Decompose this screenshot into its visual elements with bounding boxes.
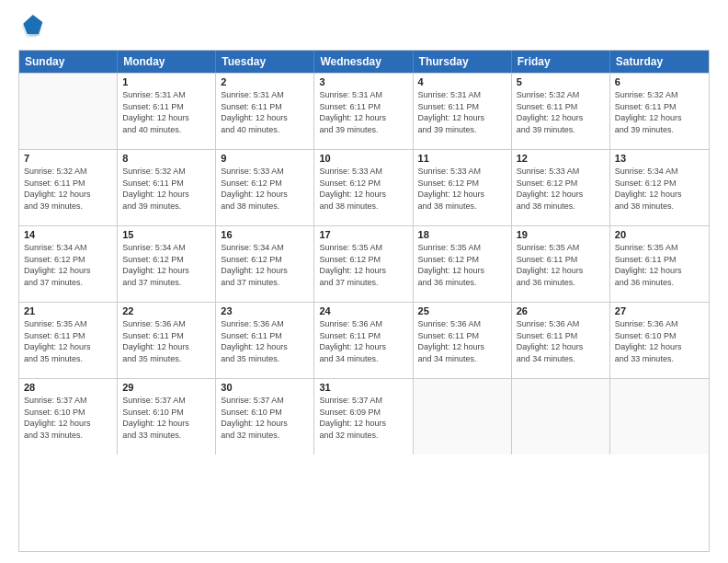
sunset-line: Sunset: 6:12 PM <box>319 254 407 266</box>
sunset-line: Sunset: 6:10 PM <box>615 330 704 342</box>
daylight-line: Daylight: 12 hours <box>517 112 605 124</box>
daylight-line: Daylight: 12 hours <box>418 341 506 353</box>
daylight-line: Daylight: 12 hours <box>221 418 309 430</box>
daylight-line: Daylight: 12 hours <box>24 265 112 277</box>
daylight-minutes-line: and 39 minutes. <box>24 201 112 213</box>
day-number: 28 <box>24 382 112 393</box>
calendar-row-4: 21 Sunrise: 5:35 AM Sunset: 6:11 PM Dayl… <box>19 302 709 378</box>
empty-cell <box>19 74 118 149</box>
daylight-line: Daylight: 12 hours <box>221 341 309 353</box>
day-cell-9: 9 Sunrise: 5:33 AM Sunset: 6:12 PM Dayli… <box>216 150 314 225</box>
daylight-minutes-line: and 35 minutes. <box>221 353 309 365</box>
day-number: 10 <box>319 153 407 164</box>
day-cell-22: 22 Sunrise: 5:36 AM Sunset: 6:11 PM Dayl… <box>118 303 216 378</box>
day-cell-2: 2 Sunrise: 5:31 AM Sunset: 6:11 PM Dayli… <box>216 74 314 149</box>
sunrise-line: Sunrise: 5:34 AM <box>615 166 704 178</box>
daylight-line: Daylight: 12 hours <box>24 341 112 353</box>
day-cell-26: 26 Sunrise: 5:36 AM Sunset: 6:11 PM Dayl… <box>512 303 610 378</box>
sunset-line: Sunset: 6:12 PM <box>221 254 309 266</box>
sunrise-line: Sunrise: 5:35 AM <box>615 242 704 254</box>
empty-cell <box>512 379 610 454</box>
daylight-minutes-line: and 37 minutes. <box>24 277 112 289</box>
day-cell-12: 12 Sunrise: 5:33 AM Sunset: 6:12 PM Dayl… <box>512 150 610 225</box>
sunset-line: Sunset: 6:11 PM <box>122 330 210 342</box>
daylight-line: Daylight: 12 hours <box>319 265 407 277</box>
daylight-minutes-line: and 34 minutes. <box>418 353 506 365</box>
daylight-minutes-line: and 34 minutes. <box>319 353 407 365</box>
daylight-minutes-line: and 33 minutes. <box>24 430 112 442</box>
day-cell-30: 30 Sunrise: 5:37 AM Sunset: 6:10 PM Dayl… <box>216 379 314 454</box>
sunset-line: Sunset: 6:12 PM <box>615 178 704 190</box>
sunrise-line: Sunrise: 5:32 AM <box>122 166 210 178</box>
daylight-line: Daylight: 12 hours <box>517 341 605 353</box>
daylight-line: Daylight: 12 hours <box>615 112 704 124</box>
sunrise-line: Sunrise: 5:34 AM <box>24 242 112 254</box>
day-number: 2 <box>221 76 309 87</box>
sunrise-line: Sunrise: 5:36 AM <box>122 318 210 330</box>
daylight-minutes-line: and 33 minutes. <box>615 353 704 365</box>
calendar-header: SundayMondayTuesdayWednesdayThursdayFrid… <box>19 51 709 73</box>
sunrise-line: Sunrise: 5:31 AM <box>122 89 210 101</box>
daylight-minutes-line: and 37 minutes. <box>221 277 309 289</box>
day-number: 19 <box>517 229 605 240</box>
daylight-line: Daylight: 12 hours <box>122 112 210 124</box>
day-number: 24 <box>319 305 407 316</box>
sunset-line: Sunset: 6:12 PM <box>517 178 605 190</box>
sunrise-line: Sunrise: 5:33 AM <box>517 166 605 178</box>
sunrise-line: Sunrise: 5:34 AM <box>122 242 210 254</box>
daylight-line: Daylight: 12 hours <box>122 418 210 430</box>
sunset-line: Sunset: 6:11 PM <box>418 330 506 342</box>
daylight-line: Daylight: 12 hours <box>319 189 407 201</box>
sunrise-line: Sunrise: 5:35 AM <box>319 242 407 254</box>
day-header-saturday: Saturday <box>610 51 709 73</box>
day-number: 25 <box>418 305 506 316</box>
day-cell-28: 28 Sunrise: 5:37 AM Sunset: 6:10 PM Dayl… <box>19 379 118 454</box>
day-number: 9 <box>221 153 309 164</box>
sunrise-line: Sunrise: 5:31 AM <box>418 89 506 101</box>
day-cell-20: 20 Sunrise: 5:35 AM Sunset: 6:11 PM Dayl… <box>610 226 709 302</box>
day-cell-16: 16 Sunrise: 5:34 AM Sunset: 6:12 PM Dayl… <box>216 226 314 302</box>
day-cell-6: 6 Sunrise: 5:32 AM Sunset: 6:11 PM Dayli… <box>610 74 709 149</box>
daylight-minutes-line: and 36 minutes. <box>615 277 704 289</box>
sunrise-line: Sunrise: 5:36 AM <box>221 318 309 330</box>
empty-cell <box>414 379 512 454</box>
day-header-sunday: Sunday <box>19 51 118 73</box>
sunrise-line: Sunrise: 5:36 AM <box>418 318 506 330</box>
day-number: 15 <box>122 229 210 240</box>
day-number: 27 <box>615 305 704 316</box>
sunset-line: Sunset: 6:12 PM <box>122 254 210 266</box>
sunset-line: Sunset: 6:11 PM <box>615 101 704 113</box>
day-number: 8 <box>122 153 210 164</box>
sunrise-line: Sunrise: 5:35 AM <box>517 242 605 254</box>
day-cell-31: 31 Sunrise: 5:37 AM Sunset: 6:09 PM Dayl… <box>314 379 413 454</box>
sunset-line: Sunset: 6:10 PM <box>24 407 112 419</box>
day-number: 5 <box>517 76 605 87</box>
day-cell-5: 5 Sunrise: 5:32 AM Sunset: 6:11 PM Dayli… <box>512 74 610 149</box>
day-cell-25: 25 Sunrise: 5:36 AM Sunset: 6:11 PM Dayl… <box>414 303 512 378</box>
daylight-minutes-line: and 39 minutes. <box>418 124 506 136</box>
daylight-line: Daylight: 12 hours <box>319 112 407 124</box>
sunset-line: Sunset: 6:11 PM <box>517 101 605 113</box>
day-number: 22 <box>122 305 210 316</box>
day-number: 11 <box>418 153 506 164</box>
sunset-line: Sunset: 6:12 PM <box>319 178 407 190</box>
day-cell-23: 23 Sunrise: 5:36 AM Sunset: 6:11 PM Dayl… <box>216 303 314 378</box>
daylight-line: Daylight: 12 hours <box>418 189 506 201</box>
daylight-minutes-line: and 39 minutes. <box>319 124 407 136</box>
daylight-minutes-line: and 39 minutes. <box>517 124 605 136</box>
daylight-line: Daylight: 12 hours <box>615 341 704 353</box>
calendar: SundayMondayTuesdayWednesdayThursdayFrid… <box>18 50 710 552</box>
page: SundayMondayTuesdayWednesdayThursdayFrid… <box>0 0 728 563</box>
sunset-line: Sunset: 6:12 PM <box>418 178 506 190</box>
daylight-line: Daylight: 12 hours <box>615 265 704 277</box>
day-number: 31 <box>319 382 407 393</box>
logo-icon <box>18 15 44 40</box>
day-number: 29 <box>122 382 210 393</box>
sunset-line: Sunset: 6:11 PM <box>24 330 112 342</box>
day-cell-18: 18 Sunrise: 5:35 AM Sunset: 6:12 PM Dayl… <box>414 226 512 302</box>
daylight-minutes-line: and 32 minutes. <box>319 430 407 442</box>
day-cell-11: 11 Sunrise: 5:33 AM Sunset: 6:12 PM Dayl… <box>414 150 512 225</box>
daylight-line: Daylight: 12 hours <box>221 265 309 277</box>
day-cell-13: 13 Sunrise: 5:34 AM Sunset: 6:12 PM Dayl… <box>610 150 709 225</box>
sunset-line: Sunset: 6:11 PM <box>122 101 210 113</box>
